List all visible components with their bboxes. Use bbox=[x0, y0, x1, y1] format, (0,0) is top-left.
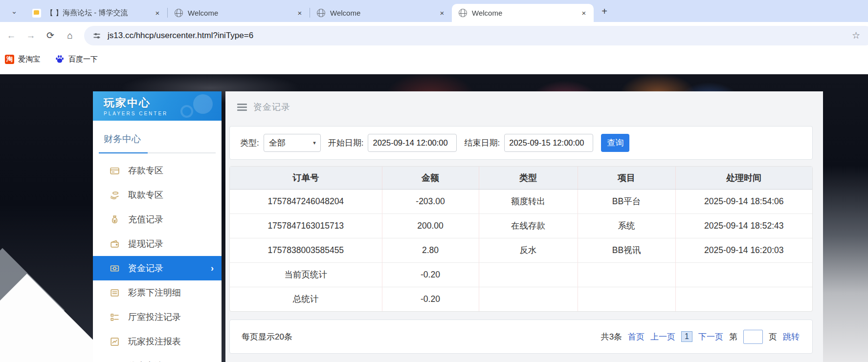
close-icon[interactable]: × bbox=[579, 8, 589, 18]
tab-welcome-active[interactable]: Welcome × bbox=[452, 4, 594, 22]
main-content: 资金记录 类型: 全部 ▾ 开始日期: 结束日期: 查询 订单号 金额 类型 bbox=[225, 91, 823, 362]
jump-label-pre: 第 bbox=[729, 331, 737, 342]
cash-icon bbox=[110, 263, 120, 274]
new-tab-button[interactable]: + bbox=[598, 4, 611, 18]
cell-project: 系统 bbox=[578, 213, 675, 238]
filter-bar: 类型: 全部 ▾ 开始日期: 结束日期: 查询 bbox=[229, 126, 813, 160]
cell-type: 额度转出 bbox=[479, 189, 578, 213]
sidebar-item-deposit[interactable]: 存款专区 bbox=[93, 158, 222, 183]
prev-page-link[interactable]: 上一页 bbox=[650, 331, 675, 342]
close-icon[interactable]: × bbox=[295, 8, 305, 18]
bookmark-taobao[interactable]: 淘 爱淘宝 bbox=[5, 53, 40, 65]
cell-time: 2025-09-14 18:52:43 bbox=[675, 213, 812, 238]
column-header: 订单号 bbox=[230, 167, 382, 189]
bookmark-label: 爱淘宝 bbox=[18, 55, 40, 64]
reload-icon: ⟳ bbox=[46, 30, 54, 41]
tab-search-button[interactable]: ⌄ bbox=[7, 4, 22, 19]
taobao-icon: 淘 bbox=[5, 55, 14, 64]
tab-title: Welcome bbox=[188, 9, 292, 17]
column-header: 类型 bbox=[479, 167, 578, 189]
list-items-icon bbox=[110, 312, 120, 322]
cell-time: 2025-09-14 18:54:06 bbox=[675, 189, 812, 213]
back-arrow-icon: ← bbox=[7, 30, 16, 41]
table-header-row: 订单号 金额 类型 项目 处理时间 bbox=[230, 167, 812, 189]
sidebar-item-hall-bets[interactable]: 厅室投注记录 bbox=[93, 305, 222, 329]
plus-icon: + bbox=[601, 6, 607, 17]
cell-label: 总统计 bbox=[230, 287, 382, 311]
type-label: 类型: bbox=[240, 137, 259, 149]
cell-order-no: 1757838003585455 bbox=[230, 238, 382, 262]
cell-order-no: 1757847246048204 bbox=[230, 189, 382, 213]
start-date-input[interactable] bbox=[368, 134, 457, 152]
type-select[interactable]: 全部 ▾ bbox=[264, 134, 321, 152]
cell-amount: -203.00 bbox=[382, 189, 479, 213]
tab-title: 【 】海燕论坛 - 博学交流 bbox=[46, 8, 150, 18]
cell-project: BB平台 bbox=[578, 189, 675, 213]
cell-type: 反水 bbox=[479, 238, 578, 262]
first-page-link[interactable]: 首页 bbox=[628, 331, 645, 342]
site-settings-icon[interactable] bbox=[92, 31, 102, 41]
forward-button[interactable]: → bbox=[22, 27, 39, 44]
back-button[interactable]: ← bbox=[3, 27, 20, 44]
jump-link[interactable]: 跳转 bbox=[783, 331, 800, 342]
page-size-text: 每页显示20条 bbox=[242, 331, 292, 342]
table-row: 1757847163015713 200.00 在线存款 系统 2025-09-… bbox=[230, 213, 812, 238]
hamburger-icon bbox=[237, 102, 247, 112]
globe-icon bbox=[459, 9, 467, 17]
type-select-value: 全部 bbox=[269, 137, 286, 149]
globe-icon bbox=[317, 9, 325, 17]
home-button[interactable]: ⌂ bbox=[62, 27, 78, 44]
start-date-label: 开始日期: bbox=[328, 137, 364, 149]
cell-amount: 200.00 bbox=[382, 213, 479, 238]
close-icon[interactable]: × bbox=[153, 8, 162, 18]
sidebar-item-label: 充值记录 bbox=[128, 213, 163, 225]
background-gradient bbox=[823, 166, 868, 362]
column-header: 项目 bbox=[578, 167, 675, 189]
forward-arrow-icon: → bbox=[26, 30, 36, 41]
tab-welcome-2[interactable]: Welcome × bbox=[310, 4, 452, 22]
tab-welcome-1[interactable]: Welcome × bbox=[168, 4, 310, 22]
table-row: 1757847246048204 -203.00 额度转出 BB平台 2025-… bbox=[230, 189, 812, 213]
end-date-input[interactable] bbox=[504, 134, 593, 152]
forum-favicon-icon bbox=[32, 9, 41, 18]
bookmark-star-icon[interactable]: ☆ bbox=[852, 30, 860, 41]
chart-icon bbox=[110, 337, 120, 347]
sidebar-item-lottery-details[interactable]: 彩票下注明细 bbox=[93, 280, 222, 305]
total-count-text: 共3条 bbox=[601, 331, 622, 342]
address-bar[interactable]: js13.cc/hhcp/usercenter.html?iniType=6 ☆ bbox=[84, 26, 868, 45]
sidebar-item-promo-apply[interactable]: 优惠申请 bbox=[93, 354, 222, 362]
page-title: 资金记录 bbox=[253, 101, 290, 113]
cell-empty bbox=[479, 262, 578, 287]
table-row-grand-total: 总统计 -0.20 bbox=[230, 287, 812, 311]
jump-label-post: 页 bbox=[769, 331, 777, 342]
bank-card-icon bbox=[110, 166, 120, 176]
bookmark-baidu[interactable]: 百度一下 bbox=[55, 53, 98, 65]
sidebar-item-withdraw-records[interactable]: 提现记录 bbox=[93, 232, 222, 256]
close-icon[interactable]: × bbox=[437, 8, 447, 18]
records-table: 订单号 金额 类型 项目 处理时间 1757847246048204 -203.… bbox=[229, 166, 813, 312]
reload-button[interactable]: ⟳ bbox=[42, 27, 59, 44]
tab-bar: ⌄ 【 】海燕论坛 - 博学交流 × Welcome × Welcome × W… bbox=[0, 0, 868, 22]
page-jump-input[interactable] bbox=[743, 330, 763, 344]
banner-decoration bbox=[193, 94, 213, 114]
sidebar-item-fund-records[interactable]: 资金记录 › bbox=[93, 256, 222, 280]
cell-amount: 2.80 bbox=[382, 238, 479, 262]
sidebar-item-label: 优惠申请 bbox=[128, 360, 163, 362]
tab-forum[interactable]: 【 】海燕论坛 - 博学交流 × bbox=[25, 4, 167, 22]
sidebar-item-recharge[interactable]: 充值记录 bbox=[93, 207, 222, 232]
sidebar-item-label: 资金记录 bbox=[128, 262, 163, 274]
sidebar-item-label: 玩家投注报表 bbox=[128, 336, 181, 347]
cell-project: BB视讯 bbox=[578, 238, 675, 262]
tab-title: Welcome bbox=[472, 9, 576, 17]
sidebar-item-withdraw-zone[interactable]: 取款专区 bbox=[93, 183, 222, 207]
end-date-label: 结束日期: bbox=[464, 137, 500, 149]
next-page-link[interactable]: 下一页 bbox=[698, 331, 723, 342]
query-button[interactable]: 查询 bbox=[601, 134, 629, 152]
tab-title: Welcome bbox=[330, 9, 434, 17]
current-page-badge[interactable]: 1 bbox=[681, 331, 692, 342]
sidebar: 玩家中心 PLAYERS CENTER 财务中心 存款专区 取款专区 充值记录 … bbox=[93, 91, 222, 362]
pager: 共3条 首页 上一页 1 下一页 第 页 跳转 bbox=[595, 330, 800, 344]
sidebar-banner: 玩家中心 PLAYERS CENTER bbox=[93, 91, 222, 121]
sidebar-divider bbox=[99, 152, 216, 153]
sidebar-item-bet-report[interactable]: 玩家投注报表 bbox=[93, 329, 222, 354]
